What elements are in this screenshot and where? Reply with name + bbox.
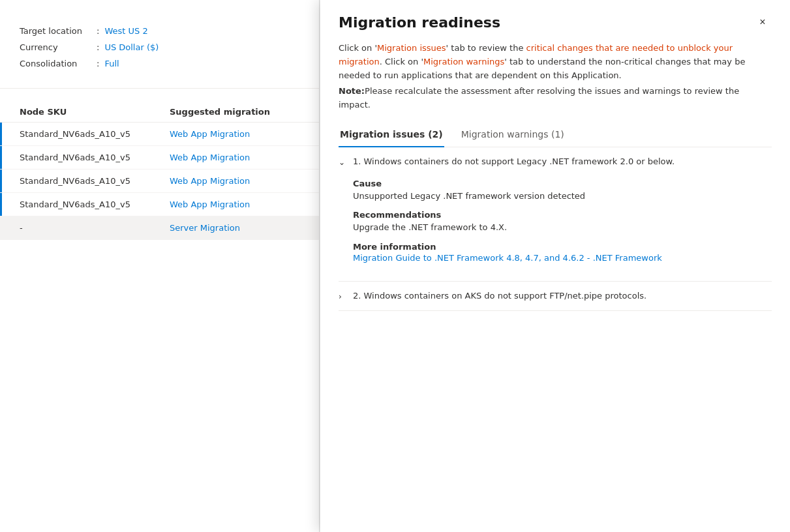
cell-suggested[interactable]: Web App Migration (170, 176, 299, 186)
note-paragraph: Note:Please recalculate the assessment a… (339, 85, 772, 112)
cell-node-sku-dash: - (20, 223, 170, 233)
more-info-block: More information Migration Guide to .NET… (353, 242, 772, 263)
table-row: Standard_NV6ads_A10_v5 Web App Migration (0, 193, 319, 216)
intro-paragraph: Click on 'Migration issues' tab to revie… (339, 42, 772, 82)
cell-suggested-server[interactable]: Server Migration (170, 223, 299, 233)
info-row-currency: Currency : US Dollar ($) (20, 42, 299, 52)
migration-issues-link[interactable]: Migration issues (377, 43, 446, 53)
issue-2-header[interactable]: › 2. Windows containers on AKS do not su… (339, 282, 772, 310)
info-section: Target location : West US 2 Currency : U… (0, 13, 319, 89)
cell-suggested[interactable]: Web App Migration (170, 153, 299, 162)
more-info-label: More information (353, 242, 772, 252)
target-value: West US 2 (104, 26, 147, 36)
cause-value: Unsupported Legacy .NET framework versio… (353, 190, 772, 203)
cell-node-sku: Standard_NV6ads_A10_v5 (20, 176, 170, 186)
recommendations-label: Recommendations (353, 210, 772, 220)
issue-1-header[interactable]: ⌄ 1. Windows containers do not support L… (339, 147, 772, 176)
panel-title: Migration readiness (339, 14, 500, 31)
info-row-consolidation: Consolidation : Full (20, 59, 299, 68)
cell-node-sku: Standard_NV6ads_A10_v5 (20, 129, 170, 139)
recommendations-value: Upgrade the .NET framework to 4.X. (353, 221, 772, 234)
migration-warnings-link[interactable]: Migration warnings (423, 57, 504, 66)
table-header: Node SKU Suggested migration (0, 102, 319, 123)
table-row-last: - Server Migration (0, 216, 319, 240)
issue-item-1: ⌄ 1. Windows containers do not support L… (339, 147, 772, 282)
target-separator: : (97, 26, 99, 36)
cause-label: Cause (353, 179, 772, 188)
chevron-right-icon: › (339, 292, 348, 301)
recommendations-block: Recommendations Upgrade the .NET framewo… (353, 210, 772, 234)
chevron-down-icon: ⌄ (339, 158, 348, 167)
issue-1-body: Cause Unsupported Legacy .NET framework … (339, 176, 772, 281)
tabs-bar: Migration issues (2) Migration warnings … (339, 123, 772, 147)
note-text: Please recalculate the assessment after … (339, 86, 739, 110)
right-panel: Migration readiness × Click on 'Migratio… (320, 0, 790, 532)
consolidation-label: Consolidation (20, 59, 91, 68)
consolidation-value: Full (104, 59, 119, 68)
panel-body: Click on 'Migration issues' tab to revie… (320, 42, 790, 532)
currency-label: Currency (20, 42, 91, 52)
more-info-link[interactable]: Migration Guide to .NET Framework 4.8, 4… (353, 253, 662, 263)
issue-1-title: 1. Windows containers do not support Leg… (353, 156, 675, 166)
table-row: Standard_NV6ads_A10_v5 Web App Migration (0, 170, 319, 193)
left-panel: Target location : West US 2 Currency : U… (0, 0, 320, 532)
target-label: Target location (20, 26, 91, 36)
issues-list: ⌄ 1. Windows containers do not support L… (339, 147, 772, 311)
cell-suggested[interactable]: Web App Migration (170, 200, 299, 209)
cell-node-sku: Standard_NV6ads_A10_v5 (20, 153, 170, 162)
table-section: Node SKU Suggested migration Standard_NV… (0, 89, 319, 253)
info-row-target: Target location : West US 2 (20, 26, 299, 36)
consolidation-separator: : (97, 59, 99, 68)
tab-migration-issues[interactable]: Migration issues (2) (339, 123, 444, 147)
page-wrapper: Target location : West US 2 Currency : U… (0, 0, 790, 532)
currency-value: US Dollar ($) (104, 42, 159, 52)
note-prefix: Note: (339, 86, 365, 96)
table-row: Standard_NV6ads_A10_v5 Web App Migration (0, 146, 319, 170)
issue-2-title: 2. Windows containers on AKS do not supp… (353, 291, 646, 301)
col-header-node-sku: Node SKU (20, 107, 170, 117)
cell-node-sku: Standard_NV6ads_A10_v5 (20, 200, 170, 209)
currency-separator: : (97, 42, 99, 52)
panel-header: Migration readiness × (320, 0, 790, 42)
table-row: Standard_NV6ads_A10_v5 Web App Migration (0, 123, 319, 146)
close-button[interactable]: × (753, 13, 772, 31)
tab-migration-warnings[interactable]: Migration warnings (1) (460, 123, 566, 147)
col-header-suggested: Suggested migration (170, 107, 299, 117)
cell-suggested[interactable]: Web App Migration (170, 129, 299, 139)
issue-item-2: › 2. Windows containers on AKS do not su… (339, 282, 772, 311)
cause-block: Cause Unsupported Legacy .NET framework … (353, 179, 772, 203)
